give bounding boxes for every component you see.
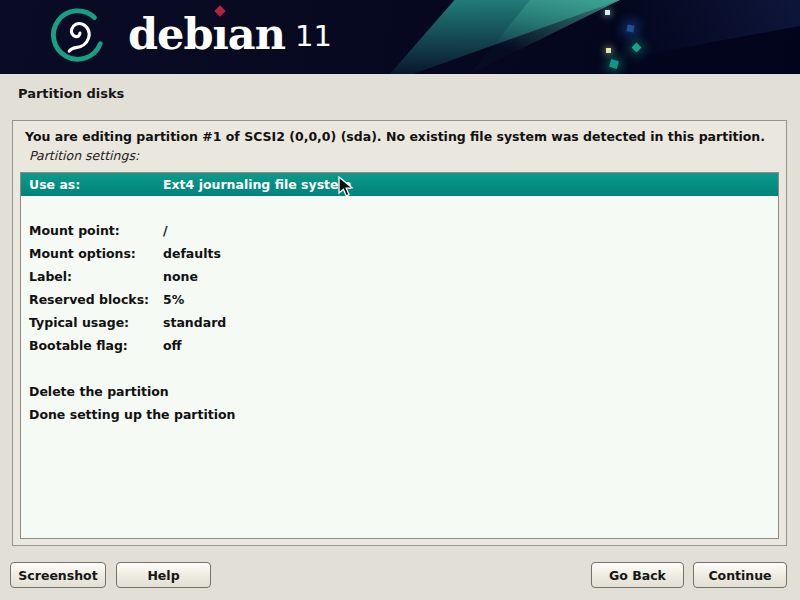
continue-button[interactable]: Continue [693,562,787,588]
settings-row-mount-options[interactable]: Mount options: defaults [21,242,778,265]
debian-version: 11 [295,19,332,53]
settings-row-mount-point[interactable]: Mount point: / [21,219,778,242]
debian-banner: debıan 11 [0,0,800,74]
settings-row-typical-usage[interactable]: Typical usage: standard [21,311,778,334]
settings-row-use-as[interactable]: Use as: Ext4 journaling file system [21,173,778,196]
settings-row-bootable-flag[interactable]: Bootable flag: off [21,334,778,357]
help-button[interactable]: Help [116,562,211,588]
row-value: Ext4 journaling file system [163,177,352,192]
row-label: Bootable flag: [29,338,163,353]
settings-row-delete-partition[interactable]: Delete the partition [21,380,778,403]
row-label: Label: [29,269,163,284]
row-label: Use as: [29,177,163,192]
row-value: none [163,269,198,284]
row-label: Mount point: [29,223,163,238]
partition-settings-list: Use as: Ext4 journaling file system Moun… [20,172,779,539]
screenshot-button[interactable]: Screenshot [10,562,106,588]
info-message: You are editing partition #1 of SCSI2 (0… [25,129,776,144]
row-value: defaults [163,246,221,261]
row-label: Mount options: [29,246,163,261]
partition-settings-label: Partition settings: [29,148,139,163]
banner-yellow-square [606,48,611,53]
settings-row-reserved-blocks[interactable]: Reserved blocks: 5% [21,288,778,311]
page-title: Partition disks [18,86,124,101]
settings-row-spacer [21,357,778,380]
banner-white-square [605,10,610,15]
go-back-button[interactable]: Go Back [591,562,684,588]
settings-row-done-setting-up[interactable]: Done setting up the partition [21,403,778,426]
content-box: You are editing partition #1 of SCSI2 (0… [12,120,787,546]
row-value: 5% [163,292,184,307]
banner-blue-square [626,24,634,32]
row-value: off [163,338,182,353]
row-value: standard [163,315,226,330]
settings-row-label[interactable]: Label: none [21,265,778,288]
row-label: Delete the partition [29,384,169,399]
row-label: Done setting up the partition [29,407,236,422]
row-label: Reserved blocks: [29,292,163,307]
debian-wordmark: debıan [128,10,285,58]
settings-row-spacer [21,196,778,219]
mouse-cursor [338,176,356,198]
banner-teal-square [609,59,619,69]
debian-swirl-icon [46,5,108,67]
row-label: Typical usage: [29,315,163,330]
row-value: / [163,223,168,238]
